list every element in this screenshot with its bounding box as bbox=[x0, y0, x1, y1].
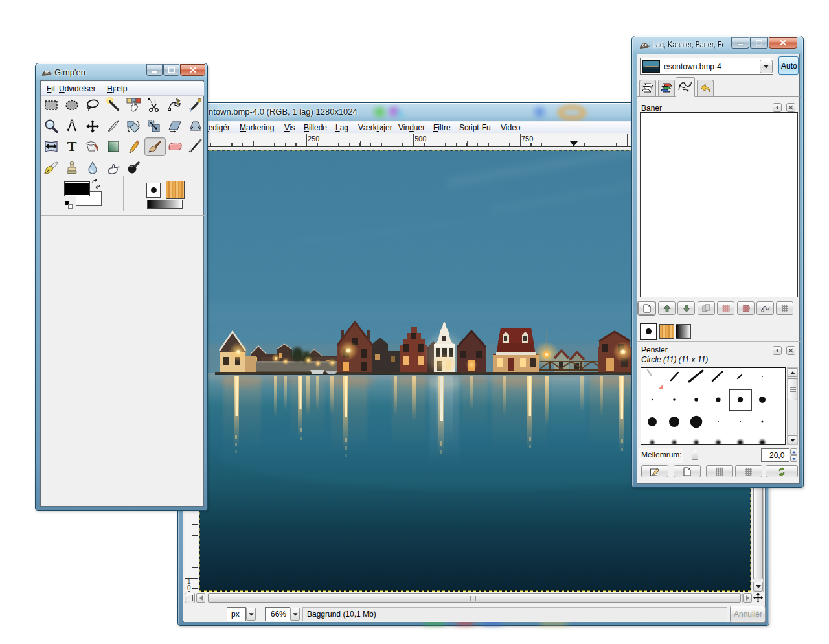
svg-text:T: T bbox=[67, 139, 77, 154]
